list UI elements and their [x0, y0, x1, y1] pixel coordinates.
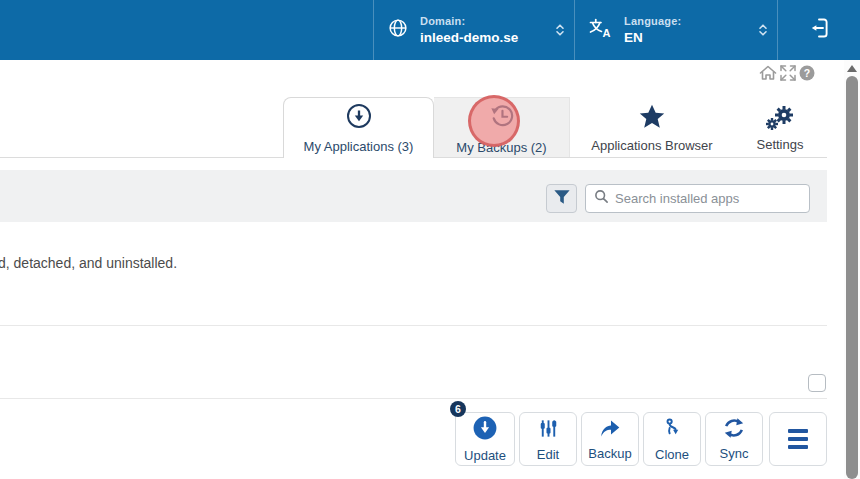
gears-icon: [764, 104, 796, 132]
sync-icon: [722, 417, 746, 443]
edit-button[interactable]: Edit: [519, 412, 577, 466]
sync-button[interactable]: Sync: [705, 412, 763, 466]
search-box: [585, 184, 810, 213]
search-input[interactable]: [615, 191, 790, 206]
action-label: Update: [464, 448, 506, 463]
more-actions-menu-button[interactable]: [769, 412, 827, 466]
tab-applications-browser[interactable]: Applications Browser: [572, 99, 732, 157]
share-arrow-icon: [598, 417, 622, 443]
page-description-fragment: d, detached, and uninstalled.: [0, 255, 177, 271]
scrollbar-up-arrow[interactable]: [847, 65, 857, 72]
app-window: Domain: inleed-demo.se A Language:: [0, 0, 860, 479]
top-bar: Domain: inleed-demo.se A Language:: [0, 0, 860, 60]
help-icon[interactable]: ?: [799, 65, 815, 81]
tab-label: Applications Browser: [591, 138, 712, 153]
filter-button[interactable]: [546, 184, 577, 213]
tab-label: Settings: [757, 137, 804, 152]
funnel-icon: [553, 188, 571, 210]
search-icon: [594, 189, 609, 208]
update-button[interactable]: Update: [455, 412, 515, 466]
scrollbar-thumb[interactable]: [846, 76, 858, 479]
action-label: Sync: [720, 446, 749, 461]
globe-icon: [387, 17, 409, 43]
scrollbar-track[interactable]: [844, 60, 860, 479]
language-label: Language:: [624, 15, 681, 27]
action-label: Backup: [588, 446, 631, 461]
fork-icon: [661, 417, 684, 444]
tab-my-backups[interactable]: My Backups (2): [434, 97, 570, 157]
row-divider: [0, 398, 827, 399]
quick-icons: ?: [759, 65, 815, 81]
action-label: Clone: [655, 447, 689, 462]
language-selector[interactable]: A Language: EN: [575, 0, 778, 60]
tab-label: My Applications (3): [304, 139, 414, 154]
language-value: EN: [624, 30, 681, 45]
star-icon: [639, 104, 665, 133]
logout-button[interactable]: [778, 0, 860, 60]
download-circle-icon: [345, 102, 373, 134]
row-divider: [0, 325, 827, 326]
tab-settings[interactable]: Settings: [734, 99, 826, 157]
chevron-updown-icon: [555, 23, 565, 41]
row-select-checkbox[interactable]: [808, 374, 826, 392]
svg-text:A: A: [603, 27, 611, 39]
download-filled-icon: [472, 415, 498, 445]
backup-button[interactable]: Backup: [581, 412, 639, 466]
chevron-updown-icon: [758, 23, 768, 41]
action-label: Edit: [537, 447, 559, 462]
domain-label: Domain:: [420, 15, 518, 27]
svg-text:?: ?: [804, 67, 810, 79]
expand-icon[interactable]: [780, 65, 796, 81]
home-icon[interactable]: [759, 65, 777, 81]
translate-icon: A: [587, 16, 613, 44]
tab-my-applications[interactable]: My Applications (3): [283, 97, 434, 158]
domain-value: inleed-demo.se: [420, 30, 518, 45]
sliders-icon: [537, 417, 560, 444]
hamburger-icon: [788, 429, 808, 449]
click-highlight-annotation: [468, 95, 520, 147]
update-count-badge: 6: [450, 401, 466, 417]
clone-button[interactable]: Clone: [643, 412, 701, 466]
logout-icon: [806, 15, 832, 45]
domain-selector[interactable]: Domain: inleed-demo.se: [373, 0, 575, 60]
